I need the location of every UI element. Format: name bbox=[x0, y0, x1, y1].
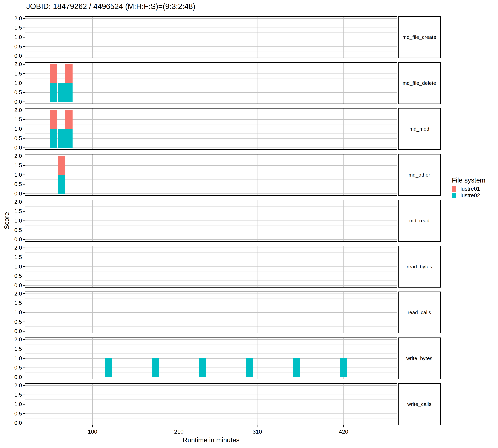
legend-item: lustre02 bbox=[452, 192, 485, 199]
y-tick-label: 1.5 bbox=[9, 346, 22, 352]
y-tick-label: 0.0 bbox=[9, 53, 22, 59]
gridline-major-v bbox=[344, 384, 344, 425]
y-tick-label: 1.0 bbox=[9, 264, 22, 270]
y-axis-tick bbox=[23, 175, 25, 175]
gridline-major-v bbox=[257, 109, 257, 149]
facet-panel-read_bytes bbox=[25, 246, 397, 288]
facet-panel-write_calls bbox=[25, 383, 397, 425]
facet-strip-label: md_file_delete bbox=[402, 80, 436, 86]
bar-lustre01-segment bbox=[66, 110, 73, 129]
gridline-major-h bbox=[25, 83, 397, 83]
y-axis-tick bbox=[23, 102, 25, 102]
y-tick-label: 2.0 bbox=[9, 383, 22, 388]
gridline-minor-h bbox=[25, 179, 397, 180]
y-axis-tick bbox=[23, 165, 25, 166]
x-tick-label: 420 bbox=[332, 428, 355, 435]
y-axis-tick bbox=[23, 83, 25, 83]
y-axis-tick bbox=[23, 92, 25, 93]
facet-strip-label: read_calls bbox=[408, 310, 431, 315]
gridline-minor-h bbox=[25, 78, 397, 79]
gridline-minor-h bbox=[25, 353, 397, 354]
y-tick-label: 1.5 bbox=[9, 300, 22, 306]
chart-page: JOBID: 18479262 / 4496524 (M:H:F:S)=(9:3… bbox=[0, 0, 498, 448]
y-axis-tick bbox=[23, 211, 25, 211]
gridline-minor-h bbox=[25, 133, 397, 134]
y-tick-label: 1.0 bbox=[9, 355, 22, 361]
facet-panel-md_other bbox=[25, 154, 397, 196]
gridline-major-v bbox=[344, 246, 344, 287]
gridline-major-h bbox=[25, 303, 397, 303]
y-tick-label: 1.5 bbox=[9, 162, 22, 168]
gridline-major-v bbox=[179, 338, 179, 379]
y-tick-label: 0.5 bbox=[9, 44, 22, 50]
bar-lustre02-segment bbox=[105, 358, 112, 377]
y-tick-label: 1.0 bbox=[9, 34, 22, 40]
gridline-major-v bbox=[344, 63, 344, 104]
x-axis-tick bbox=[257, 425, 257, 427]
y-axis-tick bbox=[23, 395, 25, 395]
gridline-minor-h bbox=[25, 124, 397, 125]
gridline-major-h bbox=[25, 239, 397, 240]
y-axis-tick bbox=[23, 147, 25, 148]
y-axis-tick bbox=[23, 413, 25, 414]
gridline-major-v bbox=[92, 109, 93, 149]
legend-swatch-lustre01 bbox=[452, 186, 456, 192]
y-tick-label: 1.0 bbox=[9, 401, 22, 407]
gridline-major-h bbox=[25, 267, 397, 267]
gridline-major-v bbox=[257, 338, 257, 379]
gridline-major-h bbox=[25, 349, 397, 349]
gridline-major-h bbox=[25, 257, 397, 257]
gridline-major-h bbox=[25, 165, 397, 166]
gridline-minor-h bbox=[25, 418, 397, 418]
y-tick-label: 1.0 bbox=[9, 218, 22, 224]
gridline-minor-h bbox=[25, 225, 397, 225]
x-axis-tick bbox=[92, 425, 93, 427]
y-axis-tick bbox=[23, 28, 25, 28]
gridline-major-v bbox=[179, 246, 179, 287]
gridline-minor-h bbox=[25, 51, 397, 51]
y-axis-tick bbox=[23, 193, 25, 194]
gridline-major-v bbox=[257, 17, 257, 58]
gridline-major-h bbox=[25, 331, 397, 331]
facet-strip-label: write_bytes bbox=[406, 356, 432, 361]
y-tick-label: 2.0 bbox=[9, 336, 22, 342]
gridline-minor-h bbox=[25, 170, 397, 170]
gridline-major-h bbox=[25, 92, 397, 93]
gridline-minor-h bbox=[25, 88, 397, 88]
gridline-major-v bbox=[92, 338, 93, 379]
facet-strip-label: read_bytes bbox=[407, 264, 432, 270]
y-tick-label: 0.0 bbox=[9, 145, 22, 151]
y-axis-tick bbox=[23, 221, 25, 221]
gridline-major-h bbox=[25, 129, 397, 129]
facet-strip-label: md_file_create bbox=[402, 34, 436, 40]
gridline-minor-h bbox=[25, 161, 397, 161]
gridline-minor-h bbox=[25, 97, 397, 97]
y-tick-label: 2.0 bbox=[9, 245, 22, 251]
x-axis-title: Runtime in minutes bbox=[25, 436, 397, 444]
facet-strip-md_read: md_read bbox=[398, 200, 441, 241]
bar-lustre02-segment bbox=[66, 129, 73, 148]
y-axis-tick bbox=[23, 248, 25, 248]
y-tick-label: 1.5 bbox=[9, 116, 22, 122]
gridline-major-v bbox=[92, 17, 93, 58]
gridline-major-v bbox=[179, 109, 179, 149]
gridline-minor-h bbox=[25, 298, 397, 299]
y-tick-label: 0.5 bbox=[9, 365, 22, 371]
y-tick-label: 0.0 bbox=[9, 374, 22, 380]
legend-swatch-lustre02 bbox=[452, 193, 456, 198]
y-tick-label: 1.0 bbox=[9, 309, 22, 315]
gridline-major-h bbox=[25, 211, 397, 211]
gridline-major-h bbox=[25, 221, 397, 221]
gridline-minor-h bbox=[25, 115, 397, 115]
gridline-minor-h bbox=[25, 308, 397, 308]
gridline-minor-h bbox=[25, 344, 397, 344]
gridline-major-v bbox=[257, 63, 257, 104]
facet-strip-label: md_other bbox=[409, 172, 430, 178]
gridline-major-v bbox=[257, 155, 257, 195]
legend-item: lustre01 bbox=[452, 186, 485, 192]
gridline-major-h bbox=[25, 404, 397, 404]
y-axis-tick bbox=[23, 230, 25, 230]
y-tick-label: 0.0 bbox=[9, 237, 22, 242]
facet-strip-label: md_mod bbox=[410, 126, 430, 132]
y-tick-label: 2.0 bbox=[9, 153, 22, 159]
